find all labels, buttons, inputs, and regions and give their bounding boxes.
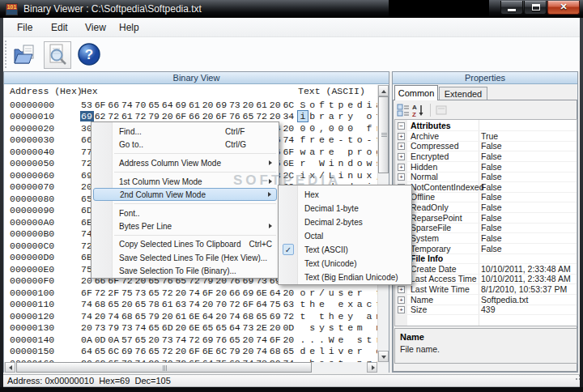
menubar-item-help[interactable]: Help: [109, 18, 150, 37]
hex-byte[interactable]: 0D: [95, 334, 109, 345]
ascii-char[interactable]: a: [326, 111, 336, 121]
vertical-scroll-thumb[interactable]: [378, 96, 389, 173]
hex-byte[interactable]: 6F: [243, 299, 257, 309]
ascii-char[interactable]: -: [336, 134, 346, 145]
menu-item-2nd-column-view-mode[interactable]: 2nd Column View Mode: [93, 188, 277, 201]
hex-byte[interactable]: 74: [256, 346, 270, 356]
hex-byte[interactable]: 65: [135, 299, 149, 309]
ascii-char[interactable]: a: [364, 311, 374, 322]
hex-byte[interactable]: 79: [148, 111, 162, 121]
ascii-char[interactable]: r: [317, 147, 326, 157]
hex-byte[interactable]: 61: [189, 100, 202, 110]
hex-byte[interactable]: 68: [95, 299, 109, 309]
property-row-offline[interactable]: +OfflineFalse: [395, 192, 577, 202]
collapse-icon[interactable]: −: [398, 122, 405, 130]
hex-byte[interactable]: 74: [121, 100, 135, 110]
hex-byte[interactable]: 65: [229, 334, 243, 345]
ascii-char[interactable]: t: [336, 322, 346, 333]
ascii-char[interactable]: s: [326, 322, 336, 333]
ascii-char[interactable]: i: [326, 158, 336, 168]
property-row-name[interactable]: +NameSoftpedia.txt: [395, 295, 577, 305]
hex-byte[interactable]: 63: [283, 299, 296, 309]
hex-byte[interactable]: 68: [243, 311, 257, 322]
submenu-item-text-ascii[interactable]: Text (ASCII)✓: [280, 242, 410, 256]
hex-byte[interactable]: 69: [215, 100, 229, 110]
hex-byte[interactable]: 61: [256, 100, 270, 110]
expand-icon[interactable]: +: [398, 133, 405, 140]
property-row-temporary[interactable]: +TemporaryFalse: [395, 244, 577, 254]
minimize-button[interactable]: [500, 1, 523, 15]
hex-byte[interactable]: 20: [95, 311, 109, 322]
hex-byte[interactable]: 76: [215, 334, 229, 345]
hex-byte[interactable]: 6F: [283, 147, 296, 157]
ascii-char[interactable]: e: [317, 134, 326, 145]
ascii-char[interactable]: o: [355, 134, 364, 145]
ascii-char[interactable]: .: [298, 334, 308, 345]
open-file-button[interactable]: [11, 41, 39, 69]
ascii-char[interactable]: e: [336, 311, 346, 322]
hex-byte[interactable]: 20: [121, 299, 135, 309]
ascii-char[interactable]: u: [355, 170, 364, 181]
hex-byte[interactable]: 64: [256, 299, 270, 309]
scroll-up-button[interactable]: [378, 85, 389, 96]
hex-byte[interactable]: 66: [108, 100, 121, 110]
hex-byte[interactable]: 73: [229, 100, 243, 110]
hex-byte[interactable]: 74: [135, 322, 149, 333]
ascii-char[interactable]: p: [346, 147, 355, 157]
tab-extended[interactable]: Extended: [439, 87, 487, 100]
ascii-char[interactable]: e: [308, 346, 317, 356]
submenu-item-text-unicode[interactable]: Text (Unicode): [280, 256, 410, 270]
ascii-char[interactable]: y: [346, 311, 355, 322]
hex-byte[interactable]: 79: [229, 346, 243, 356]
hex-byte[interactable]: 64: [162, 100, 176, 110]
ascii-char[interactable]: l: [317, 346, 326, 356]
ascii-char[interactable]: o: [364, 147, 374, 157]
hex-byte[interactable]: 34: [283, 111, 296, 121]
property-row-encrypted[interactable]: +EncryptedFalse: [395, 151, 577, 162]
hex-byte[interactable]: 6F: [202, 288, 216, 298]
property-row-system[interactable]: +SystemFalse: [395, 233, 577, 244]
ascii-char[interactable]: s: [355, 334, 364, 345]
hex-byte[interactable]: 65: [215, 322, 229, 333]
hex-byte[interactable]: 6F: [270, 334, 283, 345]
hex-byte[interactable]: 65: [135, 334, 149, 345]
alphabetical-sort-button[interactable]: A Z: [411, 103, 426, 117]
ascii-char[interactable]: d: [355, 100, 364, 110]
resize-grip[interactable]: [576, 378, 577, 380]
ascii-char[interactable]: e: [326, 147, 336, 157]
hex-byte[interactable]: 6E: [189, 311, 202, 322]
ascii-char[interactable]: e: [346, 322, 355, 333]
ascii-char[interactable]: o: [364, 111, 374, 121]
hex-byte[interactable]: 65: [148, 100, 162, 110]
hex-byte[interactable]: 65: [108, 299, 121, 309]
ascii-char[interactable]: i: [298, 170, 308, 181]
property-category-file-info[interactable]: −File Info: [395, 254, 577, 264]
ascii-char[interactable]: f: [298, 134, 308, 145]
maximize-button[interactable]: [524, 1, 547, 15]
hex-byte[interactable]: 0A: [108, 334, 121, 345]
hex-byte[interactable]: 74: [81, 311, 95, 322]
hex-byte[interactable]: 20: [283, 288, 296, 298]
ascii-char[interactable]: r: [355, 147, 364, 157]
ascii-char[interactable]: x: [364, 170, 374, 181]
hex-byte[interactable]: 20: [283, 334, 296, 345]
property-row-reparsepoint[interactable]: +ReparsePointFalse: [395, 213, 577, 224]
ascii-char[interactable]: ,: [317, 123, 326, 134]
hex-byte[interactable]: 79: [148, 311, 162, 322]
hex-byte[interactable]: 20: [175, 288, 189, 298]
ascii-char[interactable]: t: [364, 334, 374, 345]
menubar-item-file[interactable]: File: [6, 18, 43, 37]
ascii-char[interactable]: x: [308, 170, 317, 181]
ascii-char[interactable]: o: [298, 288, 308, 298]
hex-byte[interactable]: 75: [121, 288, 135, 298]
menu-item-find[interactable]: Find...Ctrl/F: [93, 125, 277, 138]
hex-byte[interactable]: 20: [81, 322, 95, 333]
ascii-char[interactable]: x: [346, 299, 355, 309]
menu-item-save-selection-to-file-binary[interactable]: Save Selection To File (Binary)...: [93, 264, 277, 277]
hex-byte[interactable]: 72: [256, 111, 270, 121]
ascii-char[interactable]: e: [336, 334, 346, 345]
hex-byte[interactable]: 20: [162, 111, 176, 121]
hex-byte[interactable]: 2E: [256, 322, 270, 333]
menu-item-font[interactable]: Font..: [93, 207, 277, 219]
hex-byte[interactable]: 74: [108, 311, 121, 322]
